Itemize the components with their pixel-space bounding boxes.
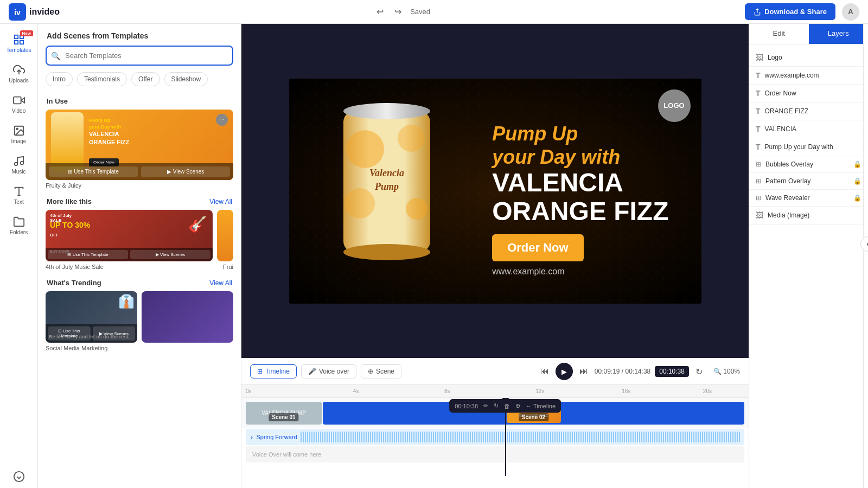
view-all-more[interactable]: View All	[209, 198, 232, 206]
popup-delete-icon[interactable]: 🗑	[504, 403, 510, 409]
share-icon	[754, 8, 761, 16]
filter-offer[interactable]: Offer	[131, 72, 159, 86]
skip-back-button[interactable]: ⏮	[538, 364, 551, 378]
filter-intro[interactable]: Intro	[46, 72, 73, 86]
use-template-2-button[interactable]: ⊞ Use This Template	[48, 250, 128, 259]
preview-pump-text: Pump Upyour Day with	[492, 122, 668, 169]
preview-valencia: VALENCIAORANGE FIZZ	[492, 169, 668, 226]
lock-icon-2: 🔒	[853, 177, 861, 185]
skip-forward-button[interactable]: ⏭	[577, 364, 590, 378]
layer-valencia[interactable]: T VALENCIA	[749, 120, 868, 138]
layer-bubbles-overlay[interactable]: ⊞ Bubbles Overlay 🔒	[749, 156, 868, 173]
ruler-20: 20s	[703, 388, 712, 394]
search-input[interactable]	[46, 46, 233, 66]
user-avatar[interactable]: A	[842, 3, 859, 21]
scene-1-block[interactable]: VALENCIA PUMP Scene 01	[246, 402, 322, 425]
more-template-card-2[interactable]	[217, 210, 233, 261]
in-use-section: In Use	[38, 94, 241, 110]
layer-text-icon-2: T	[756, 89, 761, 98]
timeline-controls: ⊞ Timeline 🎤 Voice over ⊕ Scene ⏮ ▶	[241, 358, 749, 385]
play-button[interactable]: ▶	[556, 363, 573, 380]
layer-pump-name: Pump Up your Day with	[765, 143, 861, 151]
trending-template-card-1[interactable]: Be like Terry and let us do the rest. 👔 …	[46, 291, 137, 343]
filter-slideshow[interactable]: Slideshow	[164, 72, 208, 86]
popup-add-icon[interactable]: ⊕	[515, 402, 520, 409]
sidebar-item-templates[interactable]: New Templates	[0, 28, 37, 59]
view-scenes-icon: ▶	[167, 169, 171, 175]
download-share-button[interactable]: Download & Share	[745, 3, 835, 20]
filter-tags: Intro Testimonials Offer Slideshow	[38, 72, 241, 94]
brand-logo: iv invideo	[9, 3, 60, 21]
view-scenes-button[interactable]: ▶ View Scenes	[141, 166, 230, 177]
time-edit-input[interactable]: 00:10:38	[655, 366, 689, 377]
view-scenes-2-button[interactable]: ▶ View Scenes	[130, 250, 210, 259]
zoom-display: 🔍 100%	[713, 368, 740, 375]
svg-point-11	[14, 163, 17, 166]
product-can: Valencia Pump	[333, 95, 463, 285]
view-all-trending[interactable]: View All	[209, 279, 232, 287]
right-panel: Edit Layers 🖼 Logo T www.example.com T	[749, 24, 868, 488]
trending-template-card-2[interactable]	[142, 291, 233, 343]
layer-orange-fizz[interactable]: T ORANGE FIZZ	[749, 102, 868, 120]
search-box: 🔍	[46, 46, 233, 66]
sidebar-item-text[interactable]: Text	[0, 180, 37, 210]
svg-text:Valencia: Valencia	[369, 168, 404, 178]
redo-button[interactable]: ↪	[392, 4, 404, 19]
layer-pump-text[interactable]: T Pump Up your Day with	[749, 138, 868, 156]
sidebar-item-folders[interactable]: Folders	[0, 210, 37, 241]
more-template-card-1[interactable]: 4th of JulySALE UP TO 30%OFF BUY NOW! 🎸 …	[46, 210, 213, 261]
view-trending-scenes-button[interactable]: ▶ View Scenes	[93, 326, 136, 341]
layer-overlay-icon-2: ⊞	[756, 177, 761, 185]
svg-marker-7	[21, 98, 24, 102]
new-badge: New	[20, 30, 33, 36]
tab-edit[interactable]: Edit	[749, 24, 809, 44]
svg-point-19	[346, 130, 384, 168]
layer-logo[interactable]: 🖼 Logo	[749, 49, 868, 67]
use-template-button[interactable]: ⊞ Use This Template	[49, 166, 138, 177]
voiceover-tab[interactable]: 🎤 Voice over	[301, 364, 356, 378]
in-use-template-card[interactable]: Pump Upyour Day with VALENCIAORANGE FIZZ…	[46, 110, 233, 190]
expand-button[interactable]	[0, 465, 37, 488]
scene-1-label: Scene 01	[269, 413, 298, 421]
more-like-this-section: More like this View All	[38, 194, 241, 210]
filter-testimonials[interactable]: Testimonials	[77, 72, 127, 86]
sidebar-item-video[interactable]: Video	[0, 89, 37, 119]
voiceover-text: Voice Over will come here	[252, 451, 321, 458]
scene-tab[interactable]: ⊕ Scene	[361, 364, 401, 378]
svg-point-20	[398, 125, 425, 152]
popup-refresh-icon[interactable]: ↻	[494, 402, 499, 409]
sidebar-item-music[interactable]: Music	[0, 150, 37, 180]
layer-website[interactable]: T www.example.com	[749, 67, 868, 85]
popup-timeline-link[interactable]: ← Timeline	[526, 403, 556, 409]
layer-pattern-overlay[interactable]: ⊞ Pattern Overlay 🔒	[749, 173, 868, 190]
refresh-button[interactable]: ↻	[693, 364, 705, 379]
layer-orange-fizz-name: ORANGE FIZZ	[765, 107, 861, 115]
svg-rect-4	[14, 41, 17, 44]
voiceover-icon: 🎤	[308, 368, 316, 375]
use-trending-template-button[interactable]: ⊞ Use This Template	[48, 326, 91, 341]
layer-wave-revealer[interactable]: ⊞ Wave Revealer 🔒	[749, 190, 868, 207]
svg-rect-5	[20, 41, 23, 44]
popup-edit-icon[interactable]: ✏	[483, 402, 488, 409]
layer-order-now[interactable]: T Order Now	[749, 85, 868, 102]
layer-media-icon: 🖼	[756, 211, 763, 220]
sidebar-item-uploads[interactable]: Uploads	[0, 59, 37, 89]
svg-point-12	[20, 162, 23, 165]
sidebar-item-image[interactable]: Image	[0, 119, 37, 150]
preview-website: www.example.com	[492, 267, 668, 277]
audio-track: ♪ Spring Forward	[246, 429, 744, 445]
logo-badge: LOGO	[658, 89, 691, 122]
left-navigation: New Templates Uploads Video Image Music	[0, 24, 38, 488]
sidebar-header: Add Scenes from Templates	[38, 24, 241, 46]
audio-waveform	[301, 432, 740, 442]
layer-media-image[interactable]: 🖼 Media (Image)	[749, 207, 868, 224]
svg-point-18	[343, 244, 430, 260]
voiceover-track: Voice Over will come here	[246, 446, 744, 463]
timeline-tab[interactable]: ⊞ Timeline	[250, 364, 297, 378]
tab-layers[interactable]: Layers	[809, 24, 869, 44]
layer-overlay-icon-3: ⊞	[756, 194, 761, 202]
undo-button[interactable]: ↩	[374, 4, 386, 19]
trending-templates-row: Be like Terry and let us do the rest. 👔 …	[38, 291, 241, 343]
template-name: Fruity & Juicy	[46, 180, 233, 190]
svg-rect-2	[14, 35, 17, 38]
